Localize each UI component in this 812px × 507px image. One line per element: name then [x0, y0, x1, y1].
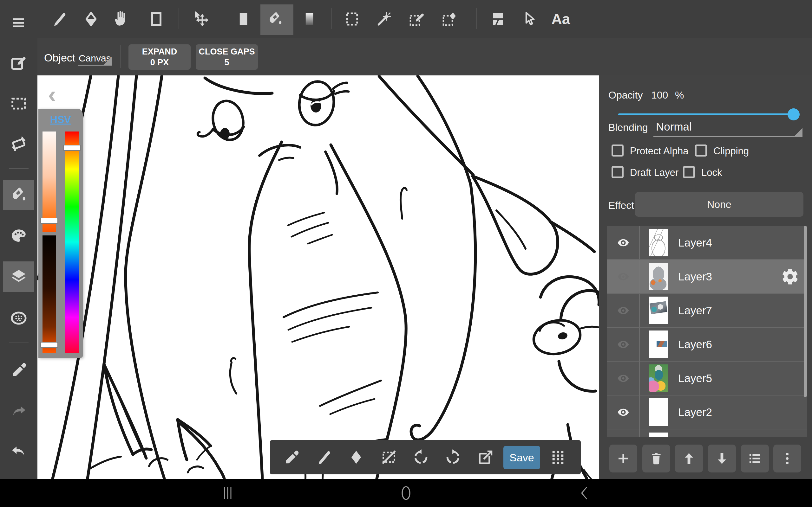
grid-icon[interactable]: [549, 448, 567, 466]
canvas-floating-toolbar: Save: [270, 440, 581, 474]
undo-rotate-icon[interactable]: [412, 448, 430, 466]
close-gaps-button[interactable]: CLOSE GAPS 5: [196, 44, 258, 70]
eye-icon: [614, 406, 632, 418]
deselect-icon[interactable]: [380, 448, 398, 466]
layer-thumbnail[interactable]: [649, 433, 668, 437]
rotate-canvas-icon[interactable]: [9, 135, 28, 153]
edit-canvas-icon[interactable]: [9, 54, 28, 72]
hue-slider[interactable]: [65, 131, 79, 353]
shape-rect-tool-icon[interactable]: [148, 10, 165, 27]
layer-row-partial[interactable]: [607, 429, 807, 437]
expand-button[interactable]: EXPAND 0 PX: [129, 44, 191, 70]
blending-dropdown-value[interactable]: Normal: [656, 120, 692, 133]
select-marquee-icon[interactable]: [9, 95, 28, 113]
layer-row[interactable]: Layer4: [607, 226, 807, 259]
home-button-icon[interactable]: [400, 486, 412, 502]
layer-visibility-toggle[interactable]: [607, 226, 640, 259]
move-layer-down-button[interactable]: [708, 445, 736, 472]
value-handle[interactable]: [40, 342, 58, 348]
hue-handle[interactable]: [63, 145, 81, 151]
magic-wand-tool-icon[interactable]: [375, 10, 393, 27]
select-pen-tool-icon[interactable]: [408, 10, 425, 27]
sub-toolbar-separator: [120, 45, 120, 68]
layer-visibility-toggle[interactable]: [607, 260, 640, 293]
opacity-slider[interactable]: [618, 113, 793, 115]
redo-icon[interactable]: [9, 402, 28, 420]
right-panel: Opacity 100 % Blending Normal Protect Al…: [599, 75, 812, 479]
layer-row[interactable]: Layer6: [607, 327, 807, 361]
eraser-tool-icon[interactable]: [83, 10, 100, 27]
eraser-icon[interactable]: [347, 448, 365, 466]
canvas-area[interactable]: ‹ HSV: [38, 75, 599, 479]
save-button[interactable]: Save: [503, 446, 540, 469]
layer-row[interactable]: Layer2: [607, 395, 807, 429]
saturation-handle[interactable]: [40, 218, 58, 224]
hsv-title[interactable]: HSV: [38, 114, 83, 125]
paint-bucket-tool-icon[interactable]: [267, 10, 284, 27]
redo-rotate-icon[interactable]: [444, 448, 462, 466]
add-layer-button[interactable]: [609, 445, 637, 472]
layer-row[interactable]: Layer3: [607, 259, 807, 293]
effect-button[interactable]: None: [635, 192, 803, 217]
layer-name: Layer6: [678, 328, 712, 361]
layer-list-scrollbar[interactable]: [804, 226, 807, 397]
move-layer-up-button[interactable]: [675, 445, 703, 472]
layer-thumbnail[interactable]: [649, 331, 668, 358]
value-slider[interactable]: [43, 235, 56, 353]
draft-layer-checkbox[interactable]: [612, 166, 623, 178]
layer-row[interactable]: Layer5: [607, 361, 807, 395]
object-dropdown-arrow-icon[interactable]: [103, 57, 112, 65]
sub-toolbar: Object Canvas EXPAND 0 PX CLOSE GAPS 5: [38, 38, 812, 75]
lock-checkbox[interactable]: [683, 166, 695, 178]
expand-button-line2: 0 PX: [150, 57, 169, 68]
pencil-icon[interactable]: [315, 448, 333, 466]
layer-name: Layer5: [678, 361, 712, 395]
gradient-tool-icon[interactable]: [301, 10, 318, 27]
saturation-slider[interactable]: [43, 131, 56, 232]
menu-icon[interactable]: [10, 15, 27, 31]
close-gaps-line2: 5: [224, 57, 229, 68]
clipping-checkbox[interactable]: [695, 145, 707, 157]
layer-thumbnail[interactable]: [649, 297, 668, 324]
layer-visibility-toggle[interactable]: [607, 395, 640, 429]
layer-visibility-toggle[interactable]: [607, 294, 640, 327]
undo-icon[interactable]: [9, 442, 28, 461]
close-gaps-line1: CLOSE GAPS: [199, 46, 255, 57]
layer-row[interactable]: Layer7: [607, 293, 807, 327]
paint-bucket-sidebar-icon[interactable]: [9, 186, 28, 204]
layer-visibility-toggle[interactable]: [607, 361, 640, 395]
eyedropper-icon[interactable]: [283, 448, 300, 466]
select-rect-tool-icon[interactable]: [344, 10, 361, 27]
opacity-slider-handle[interactable]: [788, 108, 800, 120]
text-tool-icon[interactable]: Aa: [548, 8, 573, 30]
blending-dropdown-arrow-icon[interactable]: [794, 128, 803, 136]
hand-tool-icon[interactable]: [113, 9, 131, 28]
layer-thumbnail[interactable]: [649, 263, 668, 290]
layer-list-button[interactable]: [741, 445, 769, 472]
material-icon[interactable]: [9, 309, 28, 327]
opacity-unit: %: [675, 89, 684, 101]
back-button-icon[interactable]: [579, 486, 589, 501]
more-options-button[interactable]: [773, 445, 801, 472]
delete-layer-button[interactable]: [642, 445, 670, 472]
select-eraser-tool-icon[interactable]: [441, 10, 458, 27]
transform-move-tool-icon[interactable]: [192, 10, 209, 27]
protect-alpha-checkbox[interactable]: [612, 145, 623, 157]
layer-settings-gear-icon[interactable]: [781, 268, 799, 286]
split-view-icon[interactable]: [490, 10, 507, 27]
cursor-tool-icon[interactable]: [520, 10, 538, 27]
collapse-panel-chevron-icon[interactable]: ‹: [48, 85, 56, 104]
artwork-elephant-lineart[interactable]: [38, 75, 599, 479]
fill-rect-tool-icon[interactable]: [235, 10, 252, 27]
pencil-tool-icon[interactable]: [51, 10, 68, 27]
layer-thumbnail[interactable]: [649, 398, 668, 426]
palette-icon[interactable]: [9, 227, 28, 245]
layer-thumbnail[interactable]: [649, 229, 668, 257]
export-icon[interactable]: [477, 448, 495, 466]
recents-button-icon[interactable]: [221, 486, 234, 501]
layer-row-divider: [640, 328, 640, 361]
eyedropper-sidebar-icon[interactable]: [9, 360, 28, 379]
layer-visibility-toggle[interactable]: [607, 328, 640, 361]
layers-icon[interactable]: [9, 268, 28, 286]
layer-thumbnail[interactable]: [649, 364, 668, 392]
